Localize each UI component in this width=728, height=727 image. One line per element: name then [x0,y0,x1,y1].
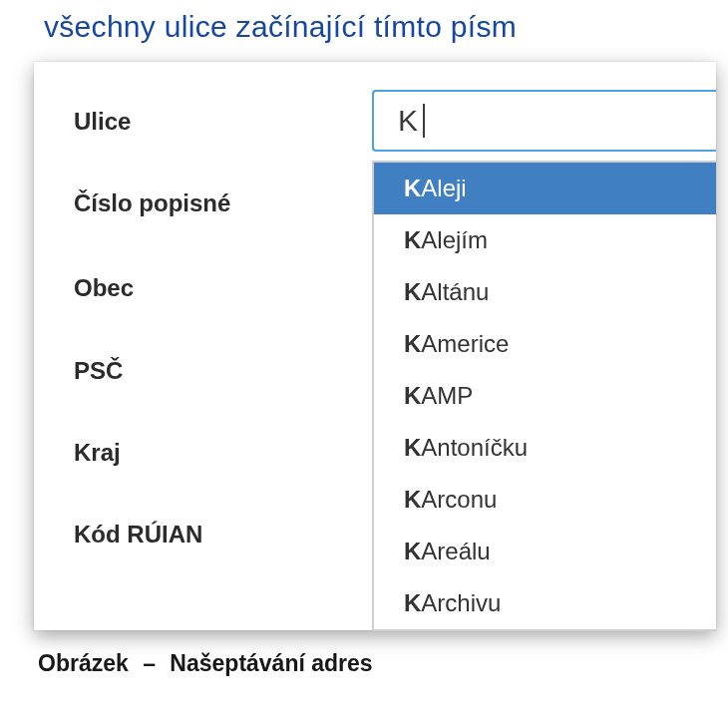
ulice-input-value: K [398,104,419,138]
option-rest: Arconu [421,486,497,514]
text-caret-icon [423,104,425,138]
option-match: K [404,486,421,514]
label-kraj: Kraj [74,441,121,465]
label-obec: Obec [74,276,134,300]
figure-caption: Obrázek – Našeptávání adres [38,650,728,677]
option-rest: AMP [421,382,473,410]
option-match: K [404,226,421,254]
autocomplete-option[interactable]: K Altánu [374,266,716,318]
autocomplete-option[interactable]: K AMP [374,370,716,422]
caption-title: Našeptávání adres [170,650,372,676]
option-match: K [404,538,421,565]
autocomplete-option[interactable]: K Aleji [374,163,716,214]
label-ulice: Ulice [74,110,131,134]
ulice-input[interactable]: K [372,90,716,152]
autocomplete-dropdown: K AlejiK AlejímK AltánuK AmericeK AMPK A… [372,161,716,631]
intro-text: všechny ulice začínající tímto písm [0,0,728,62]
label-kod-ruian: Kód RÚIAN [74,523,202,546]
autocomplete-option[interactable]: K Americe [374,318,716,370]
label-cislo-popisne: Číslo popisné [74,191,230,215]
option-match: K [404,434,421,462]
option-rest: Areálu [421,538,490,565]
screenshot-panel: Ulice Číslo popisné Obec PSČ Kraj Kód RÚ… [34,62,716,630]
option-rest: Archivu [421,589,501,617]
option-match: K [404,382,421,410]
caption-separator: – [135,650,164,676]
option-rest: Antoníčku [421,434,528,462]
option-rest: Altánu [421,278,489,306]
option-match: K [404,175,421,202]
autocomplete-option[interactable]: K Antoníčku [374,422,716,474]
option-match: K [404,278,421,306]
option-rest: Aleji [421,175,466,202]
option-rest: Alejím [421,226,488,254]
autocomplete-option[interactable]: K Alejím [374,214,716,266]
autocomplete-option[interactable]: K Archivu [374,577,716,629]
option-match: K [404,589,421,617]
option-rest: Americe [421,330,509,358]
label-psc: PSČ [74,359,123,383]
caption-prefix: Obrázek [38,650,129,676]
option-match: K [404,330,421,358]
autocomplete-option[interactable]: K Arconu [374,474,716,526]
autocomplete-option[interactable]: K Areálu [374,526,716,577]
address-form: Ulice Číslo popisné Obec PSČ Kraj Kód RÚ… [34,62,716,630]
